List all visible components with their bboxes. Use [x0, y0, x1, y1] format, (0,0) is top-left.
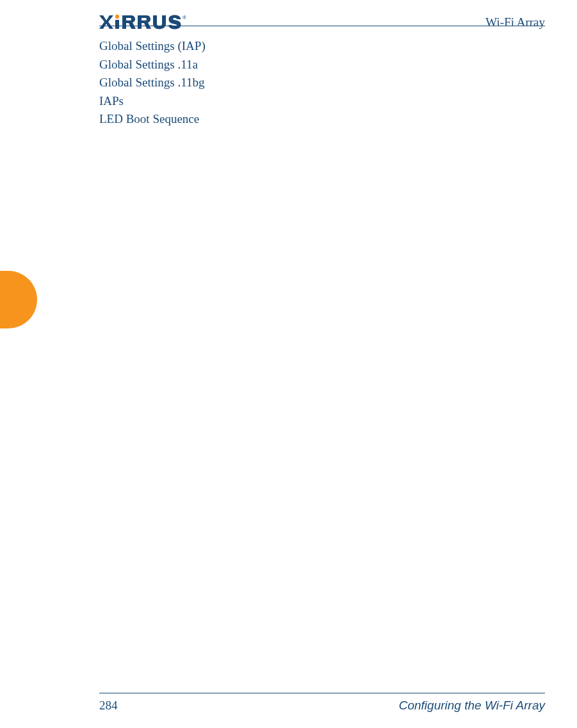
svg-text:®: ® [183, 15, 186, 20]
document-page: ® Wi-Fi Array Global Settings (IAP) Glob… [0, 0, 577, 728]
svg-rect-1 [115, 20, 119, 29]
section-tab-marker [0, 271, 37, 328]
header-product-title: Wi-Fi Array [485, 15, 545, 29]
footer-divider [99, 693, 545, 693]
svg-point-0 [115, 15, 119, 19]
footer-section-title: Configuring the Wi-Fi Array [399, 699, 545, 713]
toc-link-iaps[interactable]: IAPs [99, 92, 545, 111]
page-number: 284 [99, 699, 118, 713]
content-area: Global Settings (IAP) Global Settings .1… [99, 37, 545, 129]
page-footer: 284 Configuring the Wi-Fi Array [99, 699, 545, 713]
xirrus-logo-icon: ® [99, 14, 195, 31]
toc-link-led-boot-sequence[interactable]: LED Boot Sequence [99, 110, 545, 129]
toc-link-global-settings-iap[interactable]: Global Settings (IAP) [99, 37, 545, 56]
toc-link-global-settings-11a[interactable]: Global Settings .11a [99, 56, 545, 74]
toc-link-global-settings-11bg[interactable]: Global Settings .11bg [99, 74, 545, 92]
header-divider [99, 26, 545, 26]
brand-logo: ® [99, 14, 195, 33]
page-header: ® Wi-Fi Array [0, 9, 577, 31]
